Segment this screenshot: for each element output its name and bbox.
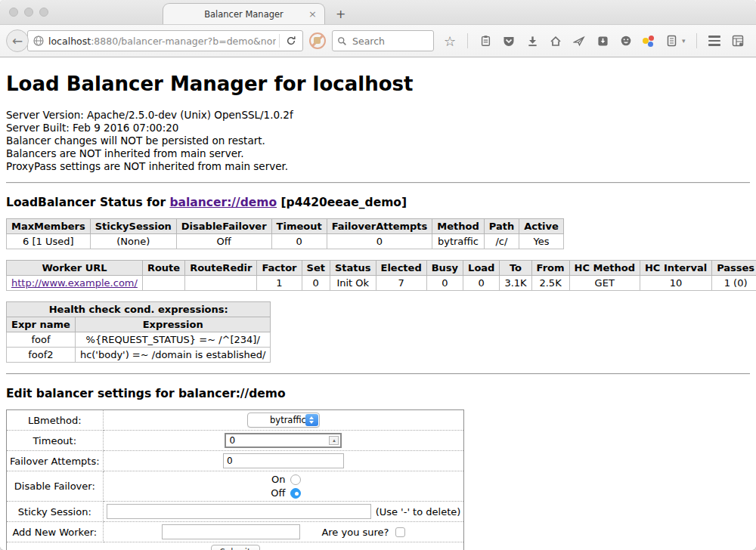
navigation-toolbar: ← localhost:8880/balancer-manager?b=demo… [0, 24, 756, 57]
form-row-add-worker: Add New Worker: Are you sure? [7, 522, 464, 542]
load-value: 0 [463, 276, 500, 291]
url-divider [279, 34, 280, 48]
expr-value: %{REQUEST_STATUS} =~ /^[234]/ [75, 332, 271, 348]
column-header: FailoverAttempts [327, 219, 432, 234]
addon-colordots-icon[interactable] [643, 35, 655, 47]
stickysession-value: (None) [90, 234, 176, 249]
toolbar-divider [467, 33, 468, 48]
are-you-sure-label: Are you sure? [321, 527, 389, 538]
column-header: Worker URL [7, 261, 143, 276]
proxypass-notice-line: ProxyPass settings are NOT inherited fro… [6, 160, 750, 173]
sidebar-icon[interactable] [665, 34, 678, 48]
worker-table: Worker URL Route RouteRedir Factor Set S… [6, 260, 756, 291]
edit-settings-heading: Edit balancer settings for balancer://de… [6, 387, 750, 400]
clipboard-icon[interactable] [479, 34, 492, 48]
persist-notice-line: Balancer changes will NOT be persisted o… [6, 134, 750, 147]
menu-icon[interactable] [708, 34, 721, 48]
download-icon[interactable] [525, 34, 539, 48]
column-header: StickySession [90, 219, 176, 234]
server-info: Server Version: Apache/2.5.0-dev (Unix) … [6, 109, 750, 173]
sticky-session-input[interactable] [107, 504, 371, 519]
hc-method-value: GET [569, 276, 640, 291]
expr-name: foof2 [7, 348, 76, 363]
failover-attempts-input[interactable] [223, 453, 344, 468]
submit-button[interactable]: Submit [211, 545, 260, 550]
radio-off[interactable] [290, 488, 301, 499]
reload-button[interactable] [283, 36, 299, 46]
table-row: foof %{REQUEST_STATUS} =~ /^[234]/ [7, 332, 271, 348]
column-header: Route [142, 261, 184, 276]
lbmethod-select[interactable]: bytraffic [247, 412, 320, 428]
elected-value: 7 [376, 276, 426, 291]
pocket-icon[interactable] [502, 34, 516, 48]
browser-window: Balancer Manager × + ← localhost:8880/ba… [0, 0, 756, 550]
form-row-failover-attempts: Failover Attempts: [7, 451, 464, 471]
column-header: HC Interval [640, 261, 711, 276]
column-header: To [500, 261, 531, 276]
status-value: Init Ok [330, 276, 376, 291]
search-input[interactable] [351, 35, 419, 48]
globe-icon[interactable] [33, 35, 45, 47]
window-close-button[interactable] [9, 8, 18, 17]
radio-on-label: On [265, 474, 285, 485]
add-worker-label: Add New Worker: [7, 522, 104, 542]
adblock-disabled-icon[interactable] [309, 32, 326, 49]
url-text[interactable]: localhost:8880/balancer-manager?b=demo&n… [48, 36, 276, 47]
balancer-settings-form: LBmethod: bytraffic Timeout: 0 [6, 409, 464, 550]
url-path: :8880/balancer-manager?b=demo&nonce=decc… [91, 36, 276, 47]
window-zoom-button[interactable] [39, 8, 48, 17]
add-worker-input[interactable] [162, 524, 300, 539]
worker-url-link[interactable]: http://www.example.com/ [11, 277, 138, 289]
to-value: 3.1K [500, 276, 531, 291]
tab-balancer-manager[interactable]: Balancer Manager × [163, 3, 325, 24]
url-bar[interactable]: localhost:8880/balancer-manager?b=demo&n… [27, 30, 303, 51]
lbmethod-label: LBmethod: [7, 410, 104, 431]
column-header: RouteRedir [185, 261, 257, 276]
balancer-status-table: MaxMembers StickySession DisableFailover… [6, 218, 564, 249]
column-header: Expression [75, 317, 271, 332]
form-row-submit: Submit [7, 542, 464, 550]
tab-close-icon[interactable]: × [308, 8, 317, 20]
maxmembers-value: 6 [1 Used] [7, 234, 91, 249]
health-check-title: Health check cond. expressions: [7, 302, 271, 317]
active-value: Yes [519, 234, 564, 249]
column-header: Set [302, 261, 330, 276]
failoverattempts-value: 0 [327, 234, 432, 249]
search-bar[interactable] [332, 30, 434, 51]
toolbar-divider [696, 33, 697, 48]
table-header-row: Worker URL Route RouteRedir Factor Set S… [7, 261, 756, 276]
health-check-table: Health check cond. expressions: Expr nam… [6, 301, 271, 363]
timeout-value: 0 [271, 234, 327, 249]
from-value: 2.5K [531, 276, 569, 291]
back-button[interactable]: ← [6, 29, 29, 52]
column-header: DisableFailover [176, 219, 271, 234]
new-tab-button[interactable]: + [336, 7, 345, 21]
lbmethod-selected-value: bytraffic [270, 415, 306, 425]
column-header: Expr name [7, 317, 76, 332]
radio-on[interactable] [290, 474, 301, 485]
timeout-input-value: 0 [229, 435, 235, 446]
send-icon[interactable] [572, 34, 586, 48]
page-content: Load Balancer Manager for localhost Serv… [0, 57, 756, 550]
chevron-down-icon[interactable]: ▾ [682, 37, 686, 45]
number-spinner-icon[interactable]: ▴ [329, 436, 339, 445]
screenshot-icon[interactable] [596, 34, 609, 48]
form-row-timeout: Timeout: 0 ▴ [7, 431, 464, 451]
balancer-demo-link[interactable]: balancer://demo [169, 196, 277, 209]
page-title: Load Balancer Manager for localhost [6, 73, 750, 95]
are-you-sure-checkbox[interactable] [395, 527, 405, 537]
apps-grid-icon[interactable] [731, 34, 745, 48]
select-stepper-icon [305, 414, 318, 426]
busy-value: 0 [426, 276, 463, 291]
divider [6, 182, 750, 184]
column-header: Elected [376, 261, 426, 276]
smiley-icon[interactable] [619, 34, 633, 48]
form-row-disable-failover: Disable Failover: On Off [7, 471, 464, 502]
home-icon[interactable] [549, 34, 562, 48]
window-minimize-button[interactable] [24, 8, 33, 17]
failover-attempts-label: Failover Attempts: [7, 451, 104, 471]
bookmark-star-icon[interactable]: ☆ [443, 34, 457, 48]
timeout-input[interactable]: 0 ▴ [225, 433, 342, 448]
search-icon [337, 36, 347, 46]
column-header: Active [519, 219, 564, 234]
